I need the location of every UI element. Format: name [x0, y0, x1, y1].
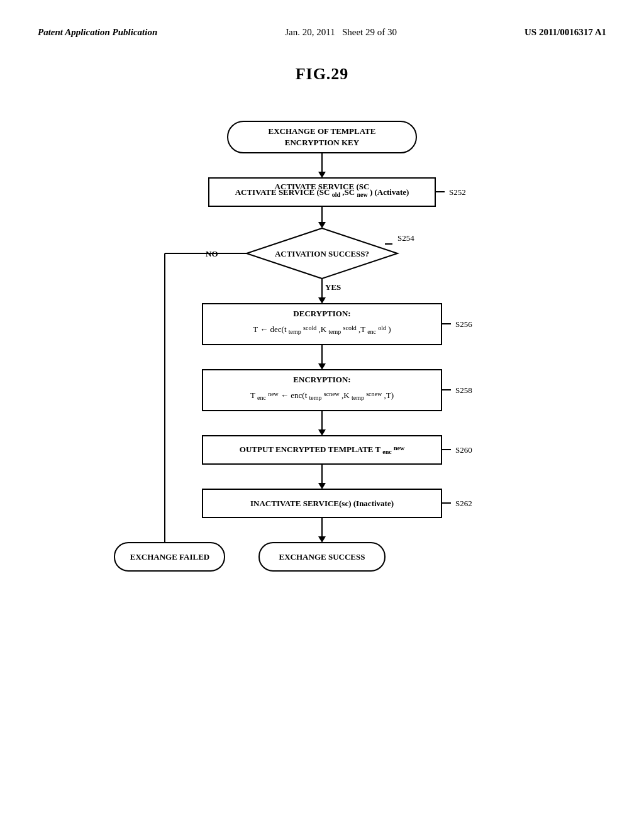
svg-text:S254: S254: [397, 233, 414, 243]
date-label: Jan. 20, 2011: [285, 27, 335, 37]
svg-text:S256: S256: [455, 319, 472, 329]
svg-text:EXCHANGE SUCCESS: EXCHANGE SUCCESS: [279, 552, 365, 562]
svg-text:ENCRYPTION KEY: ENCRYPTION KEY: [285, 138, 360, 147]
svg-text:DECRYPTION:: DECRYPTION:: [293, 309, 350, 318]
header: Patent Application Publication Jan. 20, …: [38, 25, 606, 46]
svg-marker-33: [318, 429, 326, 436]
header-center: Jan. 20, 2011 Sheet 29 of 30: [285, 25, 397, 40]
page: Patent Application Publication Jan. 20, …: [0, 0, 644, 830]
svg-text:S260: S260: [455, 445, 472, 455]
diagram-container: EXCHANGE OF TEMPLATE ENCRYPTION KEY ACTI…: [38, 115, 606, 744]
fig-title: FIG.29: [38, 65, 606, 84]
publication-label: Patent Application Publication: [38, 27, 157, 37]
header-right: US 2011/0016317 A1: [525, 25, 606, 40]
svg-text:S262: S262: [455, 499, 472, 508]
patent-number: US 2011/0016317 A1: [525, 27, 606, 37]
flowchart-svg: EXCHANGE OF TEMPLATE ENCRYPTION KEY ACTI…: [102, 115, 542, 744]
svg-marker-4: [318, 172, 326, 178]
svg-text:EXCHANGE OF TEMPLATE: EXCHANGE OF TEMPLATE: [269, 126, 376, 136]
svg-marker-26: [318, 363, 326, 370]
svg-text:INACTIVATE SERVICE(sc) (Inacti: INACTIVATE SERVICE(sc) (Inactivate): [250, 499, 394, 508]
header-left: Patent Application Publication: [38, 25, 157, 40]
svg-text:S258: S258: [455, 385, 472, 395]
svg-text:YES: YES: [325, 282, 341, 292]
svg-marker-11: [318, 222, 326, 228]
svg-marker-39: [318, 483, 326, 489]
sheet-label: Sheet 29 of 30: [342, 27, 397, 37]
svg-marker-19: [318, 297, 326, 304]
svg-text:ENCRYPTION:: ENCRYPTION:: [293, 375, 350, 384]
svg-text:ACTIVATION SUCCESS?: ACTIVATION SUCCESS?: [275, 249, 369, 258]
svg-text:S252: S252: [449, 187, 466, 197]
svg-marker-45: [318, 536, 326, 543]
svg-text:EXCHANGE FAILED: EXCHANGE FAILED: [130, 552, 210, 562]
